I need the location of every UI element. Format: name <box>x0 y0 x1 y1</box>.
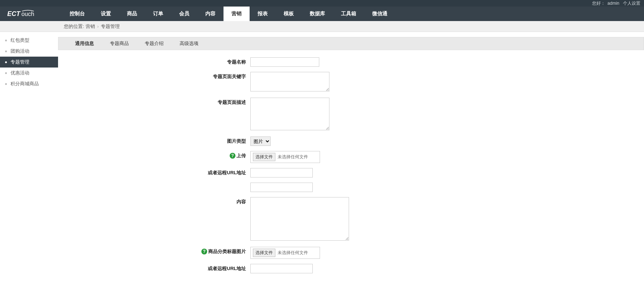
nav-item[interactable]: 数据库 <box>302 7 333 21</box>
nav-item[interactable]: 会员 <box>171 7 197 21</box>
user-name: admin <box>607 1 619 6</box>
label-remote-url-2: 或者远程URL地址 <box>58 264 250 272</box>
breadcrumb-sep: › <box>97 24 99 29</box>
personal-settings-link[interactable]: 个人设置 <box>623 0 640 7</box>
nav-item[interactable]: 工具箱 <box>333 7 364 21</box>
header: ECTouch 控制台设置商品订单会员内容营销报表模板数据库工具箱微信通 <box>0 7 644 21</box>
nav-item[interactable]: 模板 <box>276 7 302 21</box>
tab[interactable]: 专题介绍 <box>137 37 172 50</box>
bullet-icon <box>5 40 7 41</box>
nav-item[interactable]: 设置 <box>93 7 119 21</box>
label-upload: 上传 <box>237 152 246 159</box>
main-nav: 控制台设置商品订单会员内容营销报表模板数据库工具箱微信通 <box>62 7 395 21</box>
file-upload[interactable]: 选择文件 未选择任何文件 <box>250 151 320 163</box>
file-choose-button[interactable]: 选择文件 <box>253 249 275 257</box>
nav-item[interactable]: 控制台 <box>62 7 93 21</box>
label-page-desc: 专题页面描述 <box>58 98 250 106</box>
textarea-content[interactable] <box>250 197 349 241</box>
bullet-icon <box>5 72 7 74</box>
textarea-keywords[interactable] <box>250 72 329 91</box>
select-pic-type[interactable]: 图片 <box>250 136 271 146</box>
sidebar-item[interactable]: 专题管理 <box>0 57 58 68</box>
input-topic-name[interactable] <box>250 57 319 67</box>
nav-item[interactable]: 订单 <box>145 7 171 21</box>
breadcrumb: 您的位置: 营销 › 专题管理 <box>0 21 644 32</box>
svg-text:ouch: ouch <box>21 11 34 17</box>
textarea-page-desc[interactable] <box>250 98 329 130</box>
sidebar-item[interactable]: 积分商城商品 <box>0 78 58 89</box>
label-topic-name: 专题名称 <box>58 57 250 65</box>
sidebar: 红包类型团购活动专题管理优惠活动积分商城商品 <box>0 32 58 286</box>
nav-item[interactable]: 商品 <box>119 7 145 21</box>
label-content: 内容 <box>58 197 250 205</box>
sidebar-item-label: 积分商城商品 <box>11 81 39 87</box>
bullet-icon <box>5 50 7 52</box>
top-user-bar: 您好： admin 个人设置 <box>0 0 644 7</box>
breadcrumb-seg-0[interactable]: 营销 <box>86 23 95 30</box>
greeting-text: 您好： <box>592 0 605 7</box>
label-keywords: 专题页面关键字 <box>58 72 250 80</box>
help-icon[interactable]: ? <box>201 249 207 254</box>
help-icon[interactable]: ? <box>230 153 235 159</box>
nav-item[interactable]: 报表 <box>250 7 276 21</box>
svg-text:ECT: ECT <box>7 10 21 17</box>
sidebar-item-label: 红包类型 <box>11 37 29 44</box>
file-none-text: 未选择任何文件 <box>278 154 308 160</box>
file-choose-button[interactable]: 选择文件 <box>253 153 275 161</box>
bullet-icon <box>5 61 7 63</box>
logo[interactable]: ECTouch <box>0 9 62 19</box>
tab[interactable]: 专题商品 <box>102 37 137 50</box>
main-content: 通用信息专题商品专题介绍高级选项 专题名称 专题页面关键字 专题页面描述 图片类… <box>58 32 644 286</box>
nav-item[interactable]: 营销 <box>223 7 250 21</box>
nav-item[interactable]: 微信通 <box>364 7 395 21</box>
input-extra[interactable] <box>250 183 313 192</box>
sidebar-item[interactable]: 团购活动 <box>0 46 58 57</box>
file-upload-cat[interactable]: 选择文件 未选择任何文件 <box>250 247 320 259</box>
file-none-text: 未选择任何文件 <box>278 250 308 256</box>
tab-bar: 通用信息专题商品专题介绍高级选项 <box>58 37 644 50</box>
breadcrumb-prefix: 您的位置: <box>64 23 84 30</box>
breadcrumb-seg-1[interactable]: 专题管理 <box>101 23 120 30</box>
tab[interactable]: 通用信息 <box>67 37 102 50</box>
form: 专题名称 专题页面关键字 专题页面描述 图片类型 图片 <box>58 50 644 286</box>
input-remote-url-2[interactable] <box>250 264 313 273</box>
label-pic-type: 图片类型 <box>58 136 250 144</box>
sidebar-item[interactable]: 优惠活动 <box>0 68 58 78</box>
nav-item[interactable]: 内容 <box>197 7 223 21</box>
label-cat-pic: 商品分类标题图片 <box>208 248 246 255</box>
bullet-icon <box>5 83 7 85</box>
sidebar-item-label: 团购活动 <box>11 48 29 54</box>
sidebar-item-label: 专题管理 <box>11 59 29 65</box>
input-remote-url[interactable] <box>250 168 313 177</box>
tab[interactable]: 高级选项 <box>172 37 206 50</box>
sidebar-item-label: 优惠活动 <box>11 70 29 76</box>
label-remote-url: 或者远程URL地址 <box>58 168 250 176</box>
sidebar-item[interactable]: 红包类型 <box>0 35 58 46</box>
